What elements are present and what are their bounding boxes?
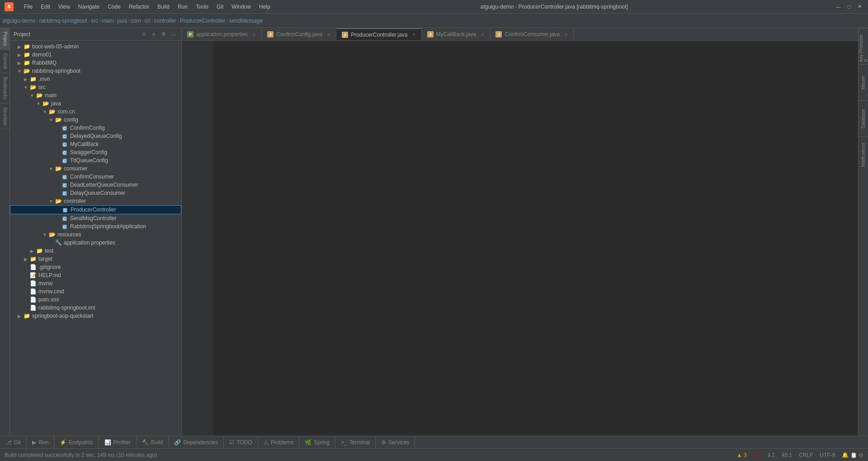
menu-item-code[interactable]: Code [104,2,124,11]
tree-item-resources[interactable]: ▼📂resources [10,230,181,239]
sidebar-icon-collapse[interactable]: ≡ [150,30,158,38]
left-vtab-structure[interactable]: Structure [0,103,9,130]
window-title: atguigu-demo - ProducerController.java [… [481,4,628,10]
tab-label-ConfirmConfig.java: ConfirmConfig.java [276,31,322,38]
menu-item-run[interactable]: Run [174,2,191,11]
tree-item-DelayedQueueConfig[interactable]: CDelayedQueueConfig [10,132,181,140]
tree-item-main[interactable]: ▼📂main [10,91,181,99]
breadcrumb-item-2[interactable]: src [91,18,98,24]
tree-item-ConfirmConsumer[interactable]: CConfirmConsumer [10,173,181,181]
breadcrumb-item-7[interactable]: controller [154,18,176,24]
tree-item-SendMsgController[interactable]: CSendMsgController [10,214,181,222]
sidebar-icon-locate[interactable]: ⊙ [140,30,148,38]
tree-item-mvnw.cmd[interactable]: 📄mvnw.cmd [10,287,181,296]
tree-item-ProducerController[interactable]: CProducerController [10,205,181,214]
tree-item-test[interactable]: ▶📁test [10,247,181,255]
tree-item-com.cn[interactable]: ▼📂com.cn [10,108,181,116]
menu-item-edit[interactable]: Edit [37,2,54,11]
bottom-tab-endpoints[interactable]: ⚡ Endpoints [54,436,99,449]
left-vtab-commit[interactable]: Commit [0,50,9,73]
menu-item-refactor[interactable]: Refactor [125,2,153,11]
bottom-tab-problems[interactable]: ⚠ Problems [258,436,300,449]
right-vtab-keypromoter[interactable]: Key Promoter X [859,28,868,64]
editor-tab-ConfirmConfig.java[interactable]: JConfirmConfig.java✕ [262,28,336,40]
tree-item-pom.xml[interactable]: 📄pom.xml [10,296,181,304]
bottom-tab-terminal[interactable]: >_ Terminal [335,436,376,449]
editor-tab-ConfirmConsumer.java[interactable]: JConfirmConsumer.java✕ [490,28,574,40]
tree-item-MyCallBack[interactable]: CMyCallBack [10,140,181,148]
sidebar-icon-close[interactable]: — [170,30,178,38]
editor-tab-application.properties[interactable]: Papplication.properties✕ [182,28,262,40]
menu-item-view[interactable]: View [55,2,74,11]
dependencies-icon: 🔗 [174,439,181,446]
bottom-tab-build[interactable]: 🔨 Build [137,436,169,449]
tab-close-ConfirmConsumer.java[interactable]: ✕ [564,32,568,37]
bottom-tab-todo[interactable]: ☑ TODO [224,436,258,449]
tree-icon-ConfirmConsumer: C [61,174,69,180]
tab-close-ConfirmConfig.java[interactable]: ✕ [327,32,330,37]
tree-item-DeadLetterQueueConsumer[interactable]: CDeadLetterQueueConsumer [10,181,181,189]
close-button[interactable]: ✕ [856,3,863,10]
bottom-tab-git[interactable]: ⎇ Git [0,436,27,449]
menu-item-tools[interactable]: Tools [192,2,212,11]
tree-item-src[interactable]: ▼📂src [10,83,181,91]
code-editor [182,41,858,436]
menu-item-help[interactable]: Help [255,2,274,11]
right-vtab-notifications[interactable]: Notifications [859,136,868,173]
bottom-tab-spring[interactable]: 🌿 Spring [299,436,335,449]
editor-tab-MyCallBack.java[interactable]: JMyCallBack.java✕ [422,28,491,40]
tab-close-application.properties[interactable]: ✕ [252,32,256,37]
tree-label-controller: controller [64,198,86,204]
tree-item-controller[interactable]: ▼📂controller [10,197,181,205]
left-vtab-bookmarks[interactable]: Bookmarks [0,73,9,103]
tree-item-.mvn[interactable]: ▶📁.mvn [10,75,181,83]
tree-item-SwaggerConfig[interactable]: CSwaggerConfig [10,148,181,156]
menu-item-navigate[interactable]: Navigate [75,2,103,11]
tree-item-application.properties[interactable]: 🔧application.properties [10,239,181,247]
tab-close-MyCallBack.java[interactable]: ✕ [481,32,484,37]
maximize-button[interactable]: □ [845,3,853,10]
bottom-tab-services[interactable]: ⚙ Services [376,436,415,449]
breadcrumb-item-6[interactable]: cn [145,18,151,24]
tree-item-mvnw[interactable]: 📄mvnw [10,279,181,287]
code-content[interactable] [213,41,858,436]
title-bar: A FileEditViewNavigateCodeRefactorBuildR… [0,0,868,14]
tree-item-boot-web-05-admin[interactable]: ▶📁boot-web-05-admin [10,42,181,51]
tree-item-.gitignore[interactable]: 📄.gitignore [10,263,181,271]
breadcrumb-item-4[interactable]: java [117,18,127,24]
bottom-tab-dependencies[interactable]: 🔗 Dependencies [169,436,224,449]
tree-item-RabbitmqSpringbootApplication[interactable]: CRabbitmqSpringbootApplication [10,222,181,230]
tree-item-demo01[interactable]: ▶📁demo01 [10,51,181,59]
editor-tab-ProducerController.java[interactable]: JProducerController.java✕ [336,28,421,40]
menu-item-file[interactable]: File [20,2,36,11]
breadcrumb-item-1[interactable]: rabbitmq-springboot [39,18,87,24]
right-vtab-maven[interactable]: Maven [859,64,868,100]
tree-item-rabbitmq-springboot[interactable]: ▼📂rabbitmq-springboot [10,67,181,75]
tree-item-rabbitmq-springboot.iml[interactable]: 📄rabbitmq-springboot.iml [10,304,181,312]
right-vtab-database[interactable]: Database [859,100,868,136]
tree-item-DelayQueueConsumer[interactable]: CDelayQueueConsumer [10,189,181,197]
tab-close-ProducerController.java[interactable]: ✕ [412,32,416,37]
breadcrumb-item-9[interactable]: sendMessage [229,18,263,24]
tree-item-springboot-aop-quickstart[interactable]: ▶📁springboot-aop-quickstart [10,312,181,320]
breadcrumb-item-3[interactable]: main [102,18,113,24]
minimize-button[interactable]: — [835,3,842,10]
sidebar-icon-settings[interactable]: ⚙ [160,30,168,38]
tree-item-consumer[interactable]: ▼📂consumer [10,165,181,173]
bottom-tab-run[interactable]: ▶ Run [27,436,54,449]
bottom-tab-profiler[interactable]: 📊 Profiler [99,436,137,449]
tree-item-config[interactable]: ▼📂config [10,116,181,124]
left-vtab-project[interactable]: Project [0,28,9,50]
breadcrumb-item-8[interactable]: ProducerController [180,18,226,24]
tree-item-RabbitMQ[interactable]: ▶📁RabbitMQ [10,59,181,67]
tree-item-HELP.md[interactable]: 📝HELP.md [10,271,181,279]
breadcrumb-item-5[interactable]: com [131,18,141,24]
breadcrumb-item-0[interactable]: atguigu-demo [2,18,35,24]
tree-item-TtlQueueConfig[interactable]: CTtlQueueConfig [10,156,181,165]
menu-item-window[interactable]: Window [228,2,255,11]
tree-item-target[interactable]: ▶📁target [10,255,181,263]
tree-item-java[interactable]: ▼📂java [10,99,181,108]
menu-item-build[interactable]: Build [154,2,173,11]
menu-item-git[interactable]: Git [213,2,227,11]
tree-item-ConfirmConfig[interactable]: CConfirmConfig [10,124,181,132]
